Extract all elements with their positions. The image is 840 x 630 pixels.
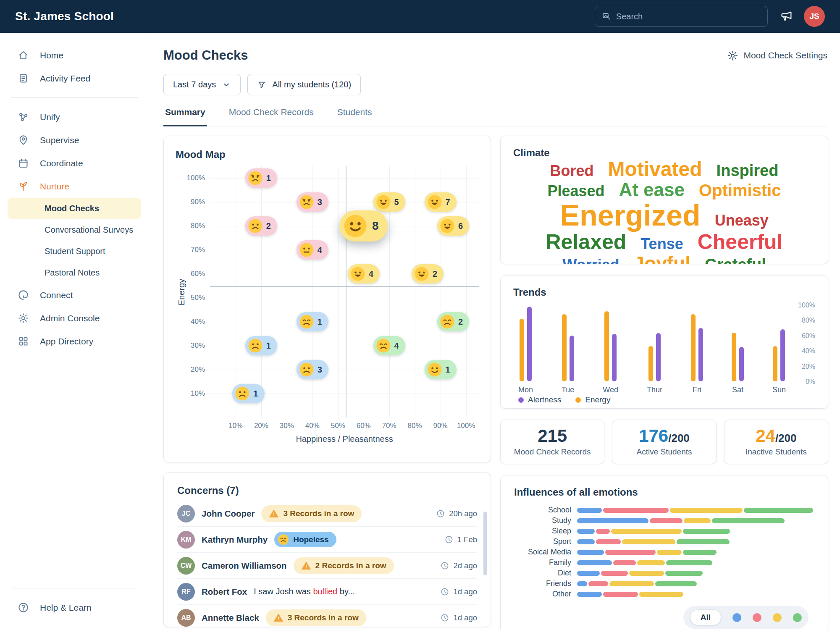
search-input[interactable] [616, 12, 761, 21]
stat-value: 176 [639, 426, 668, 446]
alertness-bar[interactable] [739, 347, 744, 381]
mood-bubble[interactable]: 1 [232, 384, 264, 403]
energy-bar[interactable] [648, 346, 653, 381]
energy-bar[interactable] [562, 314, 567, 381]
climate-word: Worried [562, 257, 619, 264]
sidebar-item-connect[interactable]: Connect [0, 284, 149, 307]
energy-bar[interactable] [604, 311, 609, 381]
mood-bubble[interactable]: 2 [245, 216, 277, 236]
mood-bubble-count: 4 [369, 269, 373, 279]
alertness-bar[interactable] [780, 329, 785, 381]
announcements-icon[interactable] [780, 10, 793, 23]
influence-segment-yellow [609, 581, 654, 586]
filter-dot-yellow[interactable] [773, 613, 782, 622]
students-filter-label: All my students (120) [272, 80, 351, 89]
y-tick: 10% [191, 389, 205, 398]
sidebar-item-unify[interactable]: Unify [0, 105, 149, 129]
stat-suffix: /200 [775, 432, 797, 444]
emoji-face-calm [376, 338, 391, 353]
sidebar-item-app-directory[interactable]: App Directory [0, 330, 149, 353]
energy-bar[interactable] [773, 346, 777, 381]
alertness-bar[interactable] [570, 336, 574, 381]
energy-bar[interactable] [520, 319, 524, 381]
energy-bar[interactable] [691, 314, 696, 381]
emoji-face-sad [235, 386, 250, 401]
mood-bubble[interactable]: 1 [245, 336, 277, 355]
sidebar-item-pastoral-notes[interactable]: Pastoral Notes [8, 262, 141, 284]
stat-value: 24 [756, 426, 775, 446]
mood-bubble[interactable]: 3 [297, 360, 328, 379]
date-range-dropdown[interactable]: Last 7 days [163, 74, 241, 95]
sidebar-item-activity-feed[interactable]: Activity Feed [0, 67, 149, 90]
sidebar-item-supervise[interactable]: Supervise [0, 129, 149, 152]
tab-summary[interactable]: Summary [163, 107, 207, 126]
coordinate-icon [18, 158, 29, 169]
concern-row[interactable]: JC John Cooper 3 Records in a row 20h ag… [177, 501, 477, 527]
mood-check-settings-button[interactable]: Mood Check Settings [727, 50, 827, 61]
mood-bubble[interactable]: 5 [373, 192, 405, 212]
alertness-bar[interactable] [527, 307, 532, 381]
stat-inactive-students: 24/200 Inactive Students [724, 420, 828, 464]
emoji-face-sad [299, 362, 314, 377]
sidebar-item-help-learn[interactable]: Help & Learn [0, 596, 149, 619]
clock-icon [440, 561, 449, 570]
sidebar-item-label: Unify [40, 112, 60, 122]
mood-bubble[interactable]: 1 [245, 168, 277, 188]
sidebar-item-admin-console[interactable]: Admin Console [0, 307, 149, 330]
unify-icon [18, 111, 29, 123]
climate-word: Pleased [547, 183, 604, 199]
filter-dot-red[interactable] [753, 613, 761, 622]
mood-bubble[interactable]: 4 [297, 240, 328, 260]
mood-bubble[interactable]: 3 [297, 192, 328, 212]
sidebar-item-mood-checks[interactable]: Mood Checks [8, 198, 141, 219]
mood-bubble[interactable]: 2 [412, 264, 444, 284]
concern-row[interactable]: CW Cameron Williamson 2 Records in a row… [177, 553, 477, 579]
avatar: JC [177, 505, 195, 522]
legend-alertness: Alertness [518, 395, 561, 404]
sidebar-item-coordinate[interactable]: Coordinate [0, 152, 149, 175]
influence-segment-blue [577, 550, 604, 555]
alertness-bar[interactable] [656, 333, 661, 381]
mood-bubble[interactable]: 4 [348, 264, 380, 284]
mood-bubble[interactable]: 1 [425, 360, 457, 379]
filter-all-button[interactable]: All [690, 609, 721, 625]
stat-label: Mood Check Records [514, 447, 591, 457]
filter-dot-green[interactable] [793, 613, 802, 622]
sidebar-item-student-support[interactable]: Student Support [8, 241, 141, 262]
mood-bubble[interactable]: 2 [437, 312, 469, 331]
help-icon [18, 602, 29, 613]
tab-students[interactable]: Students [336, 107, 374, 126]
filter-dot-blue[interactable] [732, 613, 741, 622]
sidebar-item-label: Nurture [40, 181, 69, 192]
y-axis-label: Energy [177, 278, 187, 305]
tab-mood-check-records[interactable]: Mood Check Records [227, 107, 315, 126]
energy-bar[interactable] [732, 333, 736, 381]
emoji-face-worried [248, 338, 263, 353]
scrollbar-thumb[interactable] [483, 512, 487, 575]
concern-row[interactable]: AB Annette Black 3 Records in a row 1d a… [177, 605, 477, 627]
mood-bubble[interactable]: 7 [425, 192, 457, 212]
mood-bubble[interactable]: 1 [297, 312, 328, 331]
alertness-bar[interactable] [698, 328, 703, 381]
student-name: Annette Black [202, 613, 259, 623]
students-filter-button[interactable]: All my students (120) [247, 74, 361, 95]
concern-row[interactable]: KM Kathryn Murphy Hopeless 1 Feb [177, 527, 477, 553]
trends-y-tick: 60% [802, 332, 815, 340]
search-box[interactable] [595, 6, 768, 27]
x-tick: 80% [408, 422, 422, 430]
sidebar-item-conversational-surveys[interactable]: Conversational Surveys [8, 219, 141, 241]
mood-bubble[interactable]: 4 [373, 336, 405, 355]
x-tick: 50% [331, 422, 345, 430]
sidebar-item-home[interactable]: Home [0, 44, 149, 67]
trends-day-group: Fri [691, 305, 703, 394]
alertness-bar[interactable] [612, 334, 617, 381]
mood-bubble[interactable]: 8 [339, 210, 388, 242]
day-label: Sun [772, 386, 786, 394]
influence-segment-green [712, 518, 785, 523]
mood-bubble[interactable]: 6 [437, 216, 469, 236]
sidebar-item-nurture[interactable]: Nurture [0, 175, 149, 198]
influence-label: School [514, 506, 577, 514]
concern-row[interactable]: RF Robert Fox I saw Josh was bullied by.… [177, 579, 477, 605]
climate-word: Motivated [608, 159, 702, 180]
user-avatar[interactable]: JS [804, 6, 825, 27]
